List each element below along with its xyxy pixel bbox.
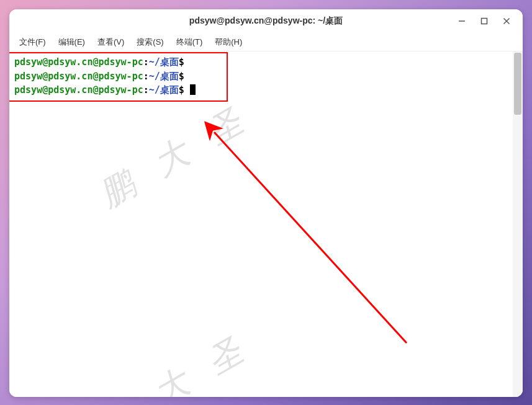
menu-file[interactable]: 文件(F) <box>14 35 51 50</box>
annotation-arrow <box>9 51 513 397</box>
terminal-area: pdsyw@pdsyw.cn@pdsyw-pc:~/桌面$ pdsyw@pdsy… <box>9 51 523 397</box>
prompt-userhost: pdsyw@pdsyw.cn@pdsyw-pc <box>14 84 143 96</box>
watermark-text: 鹏大圣 <box>89 83 276 220</box>
menu-view[interactable]: 查看(V) <box>92 35 129 50</box>
maximize-icon <box>480 17 489 25</box>
prompt-userhost: pdsyw@pdsyw.cn@pdsyw-pc <box>14 56 143 68</box>
prompt-separator: : <box>143 84 149 96</box>
close-button[interactable] <box>495 12 518 30</box>
prompt-separator: : <box>143 71 149 82</box>
scrollbar-vertical[interactable] <box>513 51 523 397</box>
prompt-suffix: $ <box>179 56 184 68</box>
svg-line-5 <box>214 132 407 343</box>
svg-rect-1 <box>482 18 487 24</box>
terminal-line: pdsyw@pdsyw.cn@pdsyw-pc:~/桌面$ <box>14 69 508 84</box>
prompt-userhost: pdsyw@pdsyw.cn@pdsyw-pc <box>14 71 143 82</box>
maximize-button[interactable] <box>473 12 495 30</box>
terminal-line: pdsyw@pdsyw.cn@pdsyw-pc:~/桌面$ <box>14 55 508 69</box>
menu-search[interactable]: 搜索(S) <box>132 35 168 50</box>
prompt-path: ~/桌面 <box>149 71 179 82</box>
minimize-button[interactable] <box>451 12 473 30</box>
terminal-content[interactable]: pdsyw@pdsyw.cn@pdsyw-pc:~/桌面$ pdsyw@pdsy… <box>9 51 513 397</box>
prompt-path: ~/桌面 <box>149 56 179 68</box>
terminal-window: pdsyw@pdsyw.cn@pdsyw-pc: ~/桌面 文件(F) 编辑(E… <box>9 9 523 397</box>
menubar: 文件(F) 编辑(E) 查看(V) 搜索(S) 终端(T) 帮助(H) <box>9 33 523 51</box>
scrollbar-thumb[interactable] <box>514 53 521 115</box>
prompt-separator: : <box>143 56 149 68</box>
window-title: pdsyw@pdsyw.cn@pdsyw-pc: ~/桌面 <box>189 16 343 27</box>
terminal-cursor <box>190 84 196 95</box>
prompt-suffix: $ <box>179 84 190 96</box>
watermark-text: 鹏大圣 <box>89 313 276 397</box>
menu-terminal[interactable]: 终端(T) <box>171 35 208 50</box>
minimize-icon <box>458 17 466 25</box>
terminal-line: pdsyw@pdsyw.cn@pdsyw-pc:~/桌面$ <box>14 83 508 97</box>
window-titlebar[interactable]: pdsyw@pdsyw.cn@pdsyw-pc: ~/桌面 <box>9 9 523 33</box>
menu-help[interactable]: 帮助(H) <box>210 35 247 50</box>
prompt-path: ~/桌面 <box>149 84 179 96</box>
prompt-suffix: $ <box>179 71 184 82</box>
menu-edit[interactable]: 编辑(E) <box>53 35 90 50</box>
window-controls <box>451 9 518 32</box>
close-icon <box>502 17 511 25</box>
